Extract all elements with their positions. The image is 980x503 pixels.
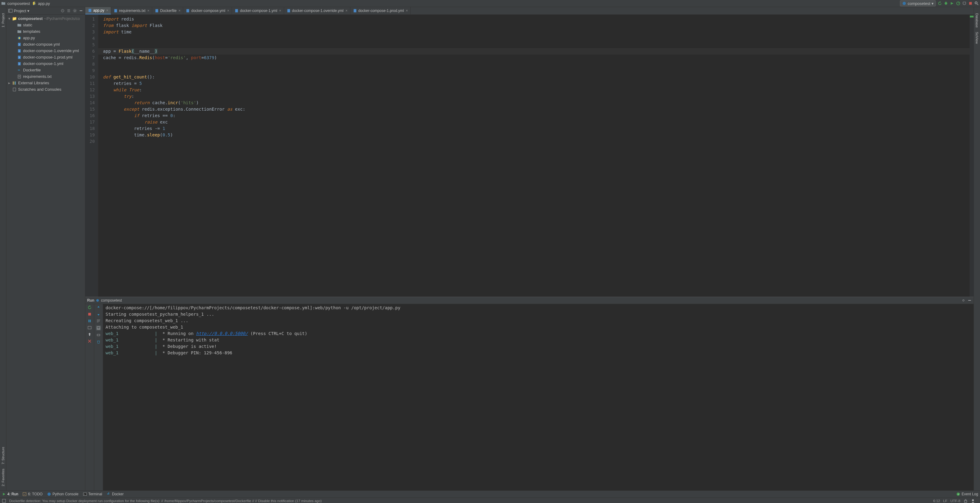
svg-rect-45 — [23, 493, 26, 496]
collapse-icon[interactable] — [67, 9, 71, 13]
close-icon[interactable]: × — [345, 9, 348, 13]
event-log-button[interactable]: Event Log — [956, 492, 978, 496]
tool-window-todo[interactable]: 6: TODO — [22, 492, 43, 496]
lock-icon[interactable] — [963, 499, 968, 503]
close-icon[interactable]: × — [106, 8, 108, 13]
tool-window-terminal[interactable]: Terminal — [83, 492, 102, 496]
close-icon[interactable]: × — [147, 9, 150, 13]
breadcrumb-file[interactable]: app.py — [38, 1, 50, 6]
run-config-selector[interactable]: composetest ▾ — [900, 0, 936, 6]
soft-wrap-icon[interactable] — [96, 319, 101, 323]
svg-point-14 — [18, 37, 20, 39]
tool-window-run[interactable]: 4: Run — [2, 492, 18, 496]
tool-window-docker[interactable]: Docker — [107, 492, 124, 496]
svg-point-38 — [963, 300, 964, 301]
svg-rect-24 — [19, 70, 20, 70]
hector-icon[interactable] — [971, 499, 975, 503]
gear-icon[interactable] — [73, 9, 77, 13]
rerun-icon[interactable] — [88, 305, 92, 309]
folder-icon — [1, 1, 6, 6]
run-restart-icon[interactable] — [938, 1, 942, 6]
bug-icon[interactable] — [944, 1, 948, 6]
profile-icon[interactable] — [956, 1, 960, 6]
tree-item[interactable]: static — [6, 22, 85, 28]
arrow-up-icon[interactable] — [96, 305, 101, 309]
code-area[interactable]: import redisfrom flask import Flaskimpor… — [98, 15, 970, 297]
svg-rect-53 — [964, 501, 967, 502]
status-message[interactable]: Dockerfile detection: You may setup Dock… — [9, 499, 321, 503]
run-coverage-icon[interactable] — [950, 1, 954, 6]
breadcrumb: composetest app.py — [1, 1, 900, 6]
tree-root[interactable]: ▾ 📁 composetest ~/PycharmProjects/co — [6, 15, 85, 22]
project-title[interactable]: Project — [14, 9, 26, 13]
tool-window-favorites[interactable]: 2: Favorites — [1, 469, 5, 486]
pin-icon[interactable] — [88, 332, 92, 336]
chevron-down-icon[interactable]: ▾ — [27, 9, 29, 13]
svg-rect-42 — [90, 320, 91, 322]
pause-icon[interactable] — [88, 319, 92, 323]
editor-area: app.py×requirements.txt×Dockerfile×docke… — [85, 7, 974, 490]
tree-root-path: ~/PycharmProjects/co — [44, 17, 80, 21]
tool-window-sciview[interactable]: SciView — [975, 32, 979, 44]
tree-item[interactable]: Ydocker-compose.yml — [6, 41, 85, 48]
tab-label: Dockerfile — [160, 9, 177, 13]
editor-tab[interactable]: docker-compose-1.override.yml× — [284, 7, 350, 14]
gear-icon[interactable] — [961, 298, 966, 303]
line-separator[interactable]: LF — [943, 499, 947, 503]
clear-icon[interactable] — [96, 340, 101, 344]
left-tool-stripe: 1: Project 7: Structure 2: Favorites — [0, 7, 6, 490]
stop-icon[interactable] — [88, 312, 92, 316]
tool-window-project[interactable]: 1: Project — [1, 13, 5, 27]
tree-item[interactable]: Ydocker-compose-1.yml — [6, 60, 85, 67]
stop-icon[interactable] — [968, 1, 973, 6]
file-icon — [113, 9, 118, 13]
tree-item[interactable]: app.py — [6, 35, 85, 41]
attach-icon[interactable] — [962, 1, 967, 6]
search-icon[interactable] — [974, 1, 979, 6]
arrow-down-icon[interactable] — [96, 312, 101, 316]
error-stripe[interactable] — [970, 15, 974, 297]
tree-item[interactable]: Dockerfile — [6, 67, 85, 73]
svg-rect-43 — [88, 327, 91, 329]
caret-position[interactable]: 6:12 — [933, 499, 940, 503]
editor-tab[interactable]: docker-compose-1.prod.yml× — [350, 7, 411, 14]
tree-item[interactable]: requirements.txt — [6, 73, 85, 80]
svg-point-0 — [903, 2, 906, 5]
console-output[interactable]: docker-compose://[/home/filippov/Pycharm… — [103, 304, 974, 490]
print-icon[interactable] — [96, 333, 101, 337]
close-icon[interactable]: × — [279, 9, 282, 13]
tool-btn-label: Terminal — [88, 492, 102, 496]
file-encoding[interactable]: UTF-8 — [950, 499, 960, 503]
hide-icon[interactable] — [79, 9, 83, 13]
close-icon[interactable]: × — [227, 9, 229, 13]
breadcrumb-folder[interactable]: composetest — [7, 1, 30, 6]
svg-rect-48 — [107, 493, 108, 494]
editor-tab[interactable]: Dockerfile× — [152, 7, 183, 14]
tree-item[interactable]: templates — [6, 28, 85, 35]
dump-threads-icon[interactable] — [88, 325, 92, 330]
svg-rect-47 — [83, 493, 86, 496]
right-tool-stripe: Database SciView — [974, 7, 980, 490]
tool-window-structure[interactable]: 7: Structure — [1, 447, 5, 464]
run-tool-window: Run composetest — [85, 297, 974, 490]
status-bar: Dockerfile detection: You may setup Dock… — [0, 497, 980, 503]
close-icon[interactable] — [88, 339, 92, 343]
editor-tab[interactable]: requirements.txt× — [111, 7, 152, 14]
svg-rect-50 — [108, 493, 109, 493]
editor-tab[interactable]: docker-compose.yml× — [183, 7, 232, 14]
scroll-to-end-icon[interactable] — [96, 325, 101, 330]
tool-window-python-console[interactable]: Python Console — [47, 492, 78, 496]
python-icon — [32, 1, 36, 6]
tool-window-database[interactable]: Database — [975, 13, 979, 28]
tree-external-libs[interactable]: ▸ External Libraries — [6, 80, 85, 86]
close-icon[interactable]: × — [406, 9, 408, 13]
editor-tab[interactable]: app.py× — [85, 7, 111, 14]
hide-icon[interactable] — [967, 298, 972, 303]
editor-tab[interactable]: docker-compose-1.yml× — [232, 7, 284, 14]
close-icon[interactable]: × — [178, 9, 180, 13]
tree-scratches[interactable]: Scratches and Consoles — [6, 86, 85, 92]
tree-item[interactable]: Ydocker-compose-1.override.yml — [6, 48, 85, 54]
status-icon[interactable] — [2, 499, 6, 503]
locate-icon[interactable] — [60, 9, 65, 13]
tree-item[interactable]: Ydocker-compose-1.prod.yml — [6, 54, 85, 60]
